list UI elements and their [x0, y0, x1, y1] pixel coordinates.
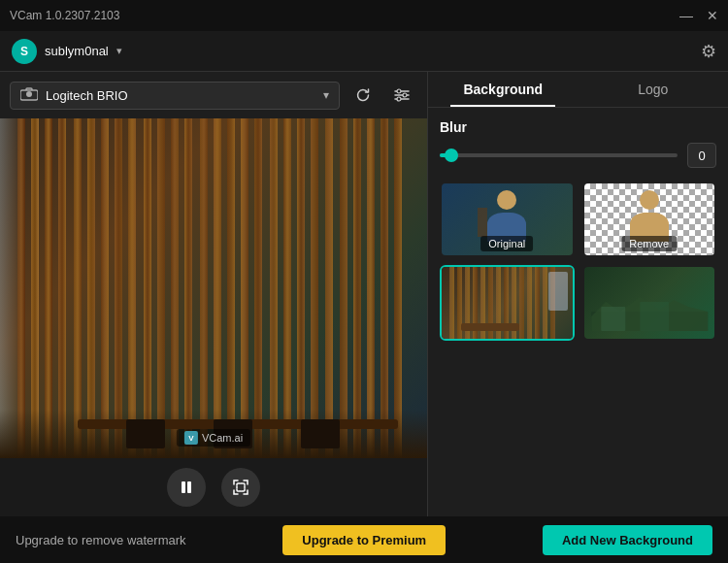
blur-label: Blur — [440, 119, 716, 135]
bg-original-item[interactable]: Original — [440, 182, 575, 257]
svg-point-6 — [403, 93, 407, 97]
right-panel-content: Blur 0 — [428, 108, 728, 516]
app-title: VCam 1.0.2307.2103 — [10, 9, 119, 22]
tab-background[interactable]: Background — [428, 72, 579, 107]
video-controls — [0, 458, 427, 516]
header: S sublym0nal ▾ ⚙ — [0, 31, 728, 72]
blur-section: Blur 0 — [440, 119, 716, 168]
bg-scene2-preview — [584, 267, 715, 339]
blur-control-row: 0 — [440, 143, 716, 168]
main-content: Logitech BRIO ▾ — [0, 72, 728, 516]
minimize-button[interactable]: — — [679, 9, 693, 22]
blur-value-display: 0 — [687, 143, 716, 168]
bg-remove-item[interactable]: Remove — [582, 182, 717, 257]
avatar: S — [12, 39, 37, 64]
bg-remove-preview: Remove — [584, 183, 715, 255]
bg-remove-label: Remove — [621, 236, 677, 251]
window-controls: — ✕ — [679, 9, 718, 22]
camera-icon — [20, 87, 38, 104]
bg-scene2-item[interactable] — [582, 265, 717, 341]
svg-rect-10 — [237, 483, 245, 491]
bg-original-label: Original — [480, 236, 533, 251]
user-section[interactable]: S sublym0nal ▾ — [12, 39, 122, 64]
watermark-text: VCam.ai — [202, 432, 243, 444]
svg-point-0 — [26, 91, 32, 97]
bottom-bar: Upgrade to remove watermark Upgrade to P… — [0, 516, 728, 563]
svg-point-5 — [397, 89, 401, 93]
upgrade-watermark-text: Upgrade to remove watermark — [16, 533, 186, 547]
watermark: V VCam.ai — [177, 429, 250, 447]
right-panel: Background Logo Blur 0 — [427, 72, 728, 516]
close-button[interactable]: ✕ — [707, 9, 718, 22]
background-grid: Original Remove — [440, 182, 716, 341]
refresh-camera-button[interactable] — [347, 80, 379, 111]
blur-slider-thumb[interactable] — [445, 149, 458, 162]
pause-button[interactable] — [167, 468, 206, 507]
svg-point-7 — [397, 97, 401, 101]
bg-scene1-preview — [442, 267, 573, 339]
title-bar: VCam 1.0.2307.2103 — ✕ — [0, 0, 728, 31]
upgrade-to-premium-button[interactable]: Upgrade to Premium — [282, 525, 446, 555]
svg-rect-12 — [601, 307, 625, 331]
scene1-slats — [442, 267, 573, 339]
scene-table — [461, 323, 519, 331]
svg-rect-9 — [187, 481, 191, 493]
username-label: sublym0nal — [45, 44, 109, 58]
user-chevron-icon: ▾ — [116, 45, 122, 57]
camera-bar: Logitech BRIO ▾ — [0, 72, 427, 118]
tabs: Background Logo — [428, 72, 728, 108]
add-new-background-button[interactable]: Add New Background — [543, 525, 712, 555]
camera-settings-button[interactable] — [386, 80, 417, 111]
settings-icon[interactable]: ⚙ — [701, 41, 716, 62]
video-background-slats — [0, 118, 427, 458]
video-display: V VCam.ai — [0, 118, 427, 458]
svg-rect-8 — [182, 481, 185, 493]
video-area: V VCam.ai — [0, 118, 427, 458]
svg-rect-13 — [640, 302, 669, 331]
left-panel: Logitech BRIO ▾ — [0, 72, 427, 516]
tab-logo[interactable]: Logo — [579, 72, 729, 107]
fullscreen-button[interactable] — [221, 468, 260, 507]
bg-original-preview: Original — [442, 183, 573, 255]
vcam-logo-small: V — [184, 431, 198, 445]
blur-slider[interactable] — [440, 153, 678, 157]
camera-select[interactable]: Logitech BRIO ▾ — [10, 82, 340, 110]
window-glow — [548, 272, 568, 311]
bg-scene1-item[interactable] — [440, 265, 575, 341]
scene2-landscape — [589, 292, 711, 334]
camera-name-label: Logitech BRIO — [46, 88, 323, 103]
camera-dropdown-icon: ▾ — [323, 88, 329, 102]
